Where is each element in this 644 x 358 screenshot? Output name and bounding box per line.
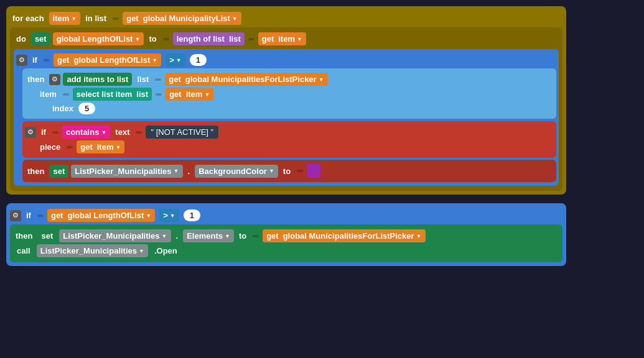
- connector8: [52, 131, 58, 134]
- then-label-1: then: [25, 73, 47, 85]
- connector6: [63, 93, 69, 96]
- global-lengthoflist-dropdown[interactable]: global LengthOfList ▼: [53, 32, 144, 45]
- number-2[interactable]: 1: [184, 209, 200, 221]
- not-active-string: " [NOT ACTIVE] ": [146, 126, 218, 139]
- in-list-label: in list: [83, 12, 109, 24]
- set-lengthoflist-row: do set global LengthOfList ▼ to length o…: [14, 32, 559, 45]
- color-picker[interactable]: [307, 164, 320, 178]
- if-contains-row: ⚙ if contains ▼ text " [NOT ACTIVE] ": [25, 126, 554, 139]
- connector13: [253, 235, 259, 237]
- connector4: [44, 59, 50, 62]
- bottom-call-row: call ListPicker_Municipalities ▼ .Open: [13, 244, 559, 257]
- select-list-item-dropdown[interactable]: select list item list: [73, 88, 152, 101]
- listpicker-dropdown-3[interactable]: ListPicker_Municipalities ▼: [37, 244, 148, 257]
- number-1[interactable]: 1: [190, 54, 207, 66]
- index-row: index 5: [50, 103, 554, 114]
- piece-row: piece get item ▼: [37, 140, 554, 154]
- listpicker-dropdown-2[interactable]: ListPicker_Municipalities ▼: [59, 229, 170, 242]
- if-block-1: ⚙ if get global LengthOfList ▼ > ▼ 1: [14, 49, 559, 186]
- get-global-municipalities-2[interactable]: get global MunicipalitiesForListPicker ▼: [263, 229, 425, 242]
- gear-icon-1[interactable]: ⚙: [16, 55, 27, 66]
- set-dropdown-3[interactable]: set: [37, 229, 57, 242]
- to-label-2: to: [281, 165, 293, 177]
- connector7: [156, 93, 162, 96]
- bottom-if-block: ⚙ if get global LengthOfList ▼ > ▼ 1 the…: [6, 203, 566, 266]
- dot-label-2: .: [174, 230, 181, 242]
- get-item-dropdown-1[interactable]: get item ▼: [258, 32, 306, 45]
- if-label-3: if: [24, 209, 34, 221]
- bottom-if-row: ⚙ if get global LengthOfList ▼ > ▼ 1: [10, 209, 562, 222]
- if-contains-block: ⚙ if contains ▼ text " [NOT ACTIVE] " p: [22, 121, 556, 158]
- then-row-header: then ⚙ add items to list list get global…: [25, 73, 554, 86]
- connector5: [155, 78, 161, 81]
- connector1: [113, 17, 119, 20]
- item-dropdown[interactable]: item ▼: [49, 12, 81, 25]
- listpicker-dropdown-1[interactable]: ListPicker_Municipalities ▼: [71, 165, 182, 178]
- contains-dropdown[interactable]: contains ▼: [62, 126, 110, 139]
- bottom-then-set-row: then set ListPicker_Municipalities ▼ . E…: [13, 229, 559, 242]
- connector3: [248, 38, 254, 40]
- list-label-1: list: [134, 73, 151, 85]
- to-label-1: to: [146, 33, 159, 45]
- connector9: [136, 131, 142, 134]
- text-label: text: [113, 126, 132, 138]
- piece-label: piece: [37, 141, 63, 153]
- add-items-dropdown[interactable]: add items to list: [63, 73, 132, 86]
- do-label: do: [14, 33, 29, 45]
- operator-dropdown-1[interactable]: > ▼: [166, 53, 185, 67]
- if-label-2: if: [39, 126, 49, 138]
- gear-icon-2[interactable]: ⚙: [49, 74, 60, 85]
- if-get-lengthoflist[interactable]: get global LengthOfList ▼: [54, 53, 161, 67]
- foreach-block[interactable]: for each item ▼ in list get global Munic…: [6, 6, 566, 195]
- if-label-1: if: [30, 54, 40, 66]
- open-dropdown[interactable]: .Open: [151, 244, 181, 257]
- if-row-1: ⚙ if get global LengthOfList ▼ > ▼ 1: [16, 53, 556, 67]
- then-set-row: then set ListPicker_Municipalities ▼ . B…: [25, 164, 554, 178]
- then-block-1: then ⚙ add items to list list get global…: [22, 68, 556, 119]
- foreach-label: for each: [10, 12, 47, 24]
- index-label: index: [50, 103, 76, 114]
- bottom-get-lengthoflist[interactable]: get global LengthOfList ▼: [47, 209, 155, 222]
- get-global-list-dropdown[interactable]: get global MunicipalityList ▼: [123, 12, 241, 25]
- do-block: do set global LengthOfList ▼ to length o…: [10, 27, 562, 191]
- then-set-block: then set ListPicker_Municipalities ▼ . B…: [22, 160, 556, 182]
- backgroundcolor-dropdown[interactable]: BackgroundColor ▼: [195, 165, 278, 178]
- index-value[interactable]: 5: [78, 103, 95, 114]
- to-label-3: to: [236, 230, 249, 242]
- blocks-workspace: for each item ▼ in list get global Munic…: [6, 6, 641, 266]
- elements-dropdown[interactable]: Elements ▼: [183, 229, 234, 242]
- connector2: [163, 38, 169, 40]
- call-dropdown[interactable]: call: [13, 244, 34, 257]
- get-item-dropdown-2[interactable]: get item ▼: [166, 88, 213, 101]
- item-label-1: item: [37, 88, 59, 100]
- operator-dropdown-2[interactable]: > ▼: [159, 209, 179, 222]
- dot-label-1: .: [185, 165, 193, 177]
- get-global-municipalities-dropdown[interactable]: get global MunicipalitiesForListPicker ▼: [165, 73, 327, 86]
- foreach-header-row: for each item ▼ in list get global Munic…: [10, 12, 562, 25]
- item-row: item select list item list get item ▼: [37, 88, 554, 101]
- length-of-list-dropdown[interactable]: length of list list: [173, 32, 245, 45]
- get-item-dropdown-3[interactable]: get item ▼: [77, 140, 124, 154]
- then-label-2: then: [25, 165, 47, 177]
- set-dropdown[interactable]: set: [31, 32, 50, 45]
- connector11: [297, 170, 303, 172]
- then-label-3: then: [13, 230, 35, 242]
- set-dropdown-2[interactable]: set: [49, 165, 68, 178]
- gear-icon-3[interactable]: ⚙: [25, 127, 36, 138]
- bottom-then-block: then set ListPicker_Municipalities ▼ . E…: [10, 224, 562, 262]
- gear-icon-4[interactable]: ⚙: [10, 210, 21, 221]
- connector12: [37, 214, 44, 217]
- connector10: [67, 146, 73, 149]
